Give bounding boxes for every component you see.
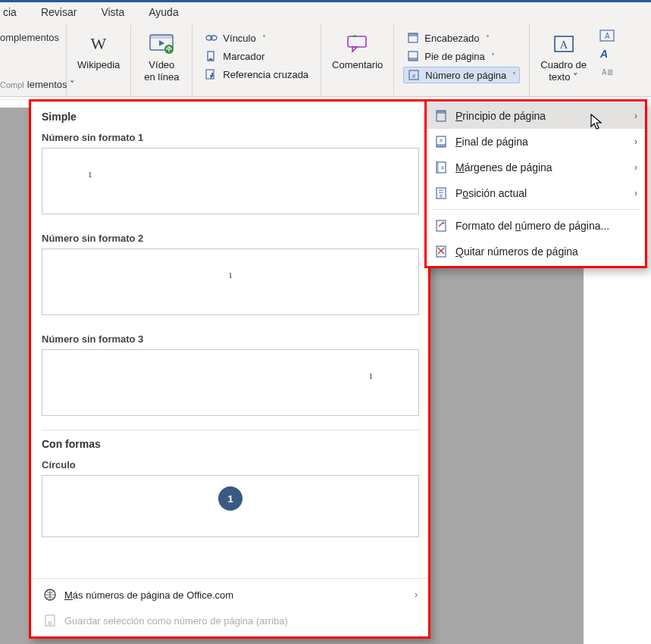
header-label: Encabezado xyxy=(424,33,479,44)
gallery-item-circle[interactable]: 1 xyxy=(42,475,419,537)
chevron-down-icon: ˅ xyxy=(262,34,266,42)
svg-rect-2 xyxy=(150,35,173,39)
chevron-down-icon: ˅ xyxy=(512,71,516,80)
video-icon xyxy=(148,30,175,58)
group-video: Vídeo en línea xyxy=(131,24,192,96)
chevron-right-icon: › xyxy=(634,111,637,121)
page-number-button[interactable]: # Número de página ˅ xyxy=(403,67,520,83)
svg-text:A≣: A≣ xyxy=(602,68,613,77)
svg-rect-38 xyxy=(437,220,446,231)
footer-button[interactable]: Pie de página ˅ xyxy=(403,48,520,64)
more-from-office-button[interactable]: Más números de página de Office.com › xyxy=(42,582,419,608)
submenu-label: Principio de página xyxy=(455,110,546,122)
submenu-top-of-page[interactable]: Principio de página › xyxy=(427,103,645,129)
chevron-down-icon: ˅ xyxy=(491,52,495,61)
wordart-icon: A xyxy=(599,47,615,61)
online-video-button[interactable]: Vídeo en línea xyxy=(139,27,184,86)
submenu-page-margins[interactable]: # Márgenes de página › xyxy=(427,155,645,180)
ribbon-fragment-2[interactable]: Compllementos ˅ xyxy=(0,79,63,90)
svg-text:#: # xyxy=(441,165,444,170)
group-textbox: A Cuadro de texto ˅ xyxy=(530,24,597,96)
submenu-remove-page-numbers[interactable]: Quitar números de página xyxy=(427,239,645,264)
drop-cap-icon: A xyxy=(599,29,615,42)
submenu-label: Quitar números de página xyxy=(455,245,578,258)
wikipedia-icon: W xyxy=(85,30,112,58)
bookmark-icon xyxy=(205,50,218,62)
page-number-submenu: Principio de página › # Final de página … xyxy=(424,99,647,268)
video-label-1: Vídeo xyxy=(149,59,174,71)
menu-separator xyxy=(433,209,639,210)
ribbon-fragment-1[interactable]: omplementos xyxy=(0,32,63,43)
svg-rect-45 xyxy=(48,621,52,625)
footer-icon xyxy=(406,50,420,62)
wikipedia-button[interactable]: W Wikipedia xyxy=(74,27,123,74)
cross-reference-label: Referencia cruzada xyxy=(223,69,308,80)
link-button[interactable]: Vínculo ˅ xyxy=(202,30,311,45)
header-button[interactable]: Encabezado ˅ xyxy=(403,30,520,45)
format-number-icon xyxy=(434,219,448,233)
bottom-of-page-icon: # xyxy=(434,135,448,148)
submenu-current-position[interactable]: # Posición actual › xyxy=(427,180,645,206)
ribbon-right-cut: A A A≣ xyxy=(597,24,615,96)
page-number-icon: # xyxy=(407,69,421,81)
bookmark-button[interactable]: Marcador xyxy=(202,48,311,64)
gallery-footer: Más números de página de Office.com › Gu… xyxy=(31,578,428,636)
gallery-item-title: Círculo xyxy=(42,455,419,475)
group-wikipedia: W Wikipedia xyxy=(67,24,131,96)
wikipedia-label: Wikipedia xyxy=(77,59,120,71)
comment-label: Comentario xyxy=(332,59,383,71)
svg-text:#: # xyxy=(412,73,416,80)
submenu-format-page-number[interactable]: Formato del número de página... xyxy=(427,213,645,239)
page-number-sample: 1 xyxy=(88,170,92,179)
svg-rect-10 xyxy=(348,36,366,47)
page-number-gallery: Simple Número sin formato 1 1 Número sin… xyxy=(29,99,430,639)
textbox-icon: A xyxy=(550,30,577,58)
gallery-item-plain-3[interactable]: 1 xyxy=(42,349,419,416)
page-number-sample: 1 xyxy=(228,270,233,280)
svg-marker-3 xyxy=(159,40,164,46)
current-position-icon: # xyxy=(434,186,448,200)
svg-text:A: A xyxy=(559,39,568,51)
save-selection-label: Guardar selección como número de página … xyxy=(64,615,288,627)
svg-marker-11 xyxy=(352,47,357,52)
tab-fragment[interactable]: cia xyxy=(0,6,20,18)
svg-text:A: A xyxy=(599,48,608,60)
submenu-bottom-of-page[interactable]: # Final de página › xyxy=(427,129,645,155)
gallery-item-title: Número sin formato 2 xyxy=(42,228,419,249)
globe-icon xyxy=(43,588,57,602)
submenu-label: Márgenes de página xyxy=(455,161,552,174)
gallery-item-plain-1[interactable]: 1 xyxy=(42,148,419,214)
gallery-item-plain-2[interactable]: 1 xyxy=(42,249,419,315)
save-selection-icon xyxy=(43,614,57,627)
tab-ayuda[interactable]: Ayuda xyxy=(146,6,181,18)
page-number-sample: 1 xyxy=(369,371,374,380)
page-number-label: Número de página xyxy=(425,70,506,81)
cross-reference-button[interactable]: Referencia cruzada xyxy=(202,67,311,82)
svg-text:A: A xyxy=(605,32,610,40)
tab-vista[interactable]: Vista xyxy=(98,6,127,18)
chevron-right-icon: › xyxy=(634,136,637,147)
textbox-button[interactable]: A Cuadro de texto ˅ xyxy=(537,27,590,86)
cross-reference-icon xyxy=(205,68,218,80)
gallery-item-title: Número sin formato 3 xyxy=(42,329,419,349)
gallery-section-shapes: Con formas xyxy=(42,433,419,455)
link-label: Vínculo xyxy=(223,33,255,44)
gallery-section-simple: Simple xyxy=(42,106,419,127)
video-label-2: en línea xyxy=(144,71,179,83)
drop-text-icon: A≣ xyxy=(599,65,615,79)
bookmark-label: Marcador xyxy=(223,51,264,62)
chevron-right-icon: › xyxy=(415,589,418,600)
gallery-scroll-area[interactable]: Simple Número sin formato 1 1 Número sin… xyxy=(31,102,428,579)
submenu-label: Posición actual xyxy=(455,187,527,199)
tab-revisar[interactable]: Revisar xyxy=(38,6,80,18)
comment-button[interactable]: Comentario xyxy=(329,27,386,74)
group-comment: Comentario xyxy=(321,24,394,96)
gallery-divider xyxy=(42,430,419,430)
submenu-label: Final de página xyxy=(455,136,528,148)
submenu-label: Formato del número de página... xyxy=(455,220,609,232)
svg-rect-32 xyxy=(437,162,439,173)
ribbon-left-cut: omplementosCompllementos ˅ xyxy=(0,24,67,96)
svg-rect-29 xyxy=(437,144,446,147)
chevron-down-icon: ˅ xyxy=(486,34,490,42)
remove-number-icon xyxy=(434,245,448,258)
